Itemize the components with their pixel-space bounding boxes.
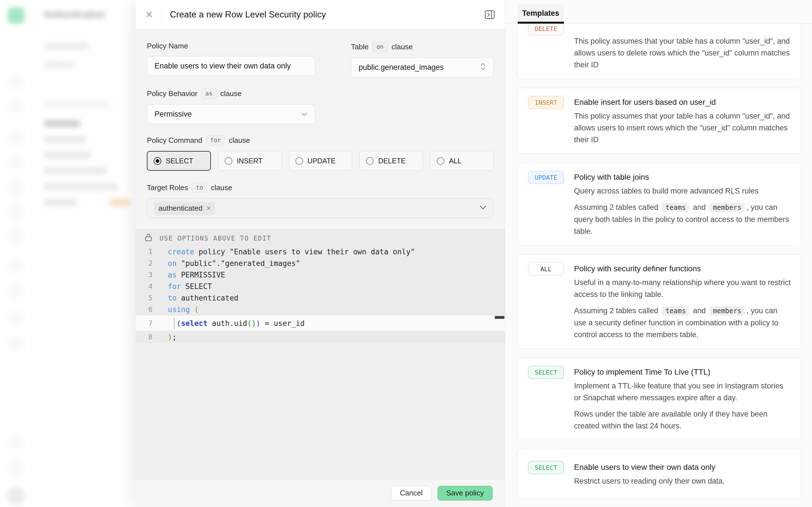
inline-code: teams <box>662 203 689 212</box>
table-label: Table on clause <box>351 42 494 52</box>
template-card-6[interactable]: SELECTEnable users to view their own dat… <box>518 449 801 499</box>
template-card-5[interactable]: SELECTPolicy to implement Time To Live (… <box>518 358 801 440</box>
template-card-description: Restrict users to reading only their own… <box>574 475 791 487</box>
policy-command-option-delete[interactable]: DELETE <box>359 151 423 171</box>
cancel-button[interactable]: Cancel <box>391 486 432 501</box>
template-badge-select: SELECT <box>528 366 564 379</box>
policy-command-option-all[interactable]: ALL <box>430 151 494 171</box>
editor-cursor <box>174 318 174 329</box>
template-card-4[interactable]: ALLPolicy with security definer function… <box>518 255 801 349</box>
template-card-description: Useful in a many-to-many relationship wh… <box>574 277 791 300</box>
sql-editor: USE OPTIONS ABOVE TO EDIT 1create policy… <box>136 229 505 485</box>
template-badge-delete: DELETE <box>528 24 564 35</box>
policy-command-option-insert[interactable]: INSERT <box>218 151 282 171</box>
radio-icon <box>296 157 303 165</box>
target-roles-select[interactable]: authenticated × <box>147 198 494 218</box>
radio-icon <box>437 157 444 165</box>
policy-command-group: SELECTINSERTUPDATEDELETEALL <box>147 151 494 171</box>
line-number: 1 <box>140 247 153 256</box>
line-number: 8 <box>140 333 153 341</box>
editor-cursor-overview-mark <box>495 316 504 319</box>
template-card-description: This policy assumes that your table has … <box>574 35 791 71</box>
policy-behavior-select[interactable]: Permissive <box>147 104 315 124</box>
chevron-down-icon <box>301 110 308 119</box>
templates-card-list: DELETEThis policy assumes that your tabl… <box>505 24 812 507</box>
remove-role-icon[interactable]: × <box>206 205 211 212</box>
editor-readonly-notice: USE OPTIONS ABOVE TO EDIT <box>136 229 505 246</box>
chevron-up-down-icon <box>480 62 486 73</box>
modal-scrim <box>0 0 136 507</box>
target-roles-label: Target Roles to clause <box>147 182 494 193</box>
line-number: 5 <box>140 294 153 302</box>
line-number: 3 <box>140 271 153 279</box>
template-card-body: This policy assumes that your table has … <box>574 24 791 71</box>
inline-code: members <box>709 306 745 316</box>
template-card-title: Policy with security definer functions <box>574 263 791 274</box>
template-card-body: Enable insert for users based on user_id… <box>574 96 791 146</box>
code-line-4: 4for SELECT <box>136 281 505 292</box>
code-line-2: 2on "public"."generated_images" <box>136 258 505 269</box>
template-badge-select: SELECT <box>528 461 564 474</box>
policy-command-option-update[interactable]: UPDATE <box>289 151 352 171</box>
line-number: 2 <box>140 259 153 267</box>
template-card-description: Rows under the table are available only … <box>574 408 791 432</box>
template-card-body: Policy with security definer functionsUs… <box>574 263 791 341</box>
templates-panel: Templates DELETEThis policy assumes that… <box>505 0 812 507</box>
table-select[interactable]: public.generated_images <box>351 57 494 77</box>
radio-icon <box>366 157 373 165</box>
template-badge-insert: INSERT <box>528 96 564 109</box>
code-line-1: 1create policy "Enable users to view the… <box>136 246 505 258</box>
template-card-2[interactable]: INSERTEnable insert for users based on u… <box>518 88 801 154</box>
inline-code: members <box>709 203 745 212</box>
radio-icon <box>154 157 161 165</box>
modal-header: × Create a new Row Level Security policy <box>136 0 505 29</box>
template-card-body: Enable users to view their own data only… <box>574 461 791 487</box>
app-sidebar: Authentication <box>0 0 136 507</box>
radio-icon <box>225 157 232 165</box>
to-clause-chip: to <box>192 182 207 193</box>
role-chip-authenticated: authenticated × <box>154 202 215 215</box>
template-card-description: Assuming 2 tables called teams and membe… <box>574 202 791 237</box>
template-card-1[interactable]: DELETEThis policy assumes that your tabl… <box>518 24 801 79</box>
code-line-7: 7 (select auth.uid()) = user_id <box>136 315 505 331</box>
template-card-title: Enable insert for users based on user_id <box>574 96 791 107</box>
code-line-6: 6using ( <box>136 304 505 315</box>
template-card-title: Enable users to view their own data only <box>574 461 791 472</box>
radio-label: DELETE <box>378 157 405 165</box>
close-icon[interactable]: × <box>146 9 153 20</box>
template-badge-all: ALL <box>528 263 564 276</box>
on-clause-chip: on <box>372 42 388 52</box>
code-line-3: 3as PERMISSIVE <box>136 269 505 281</box>
policy-form: Policy Name Enable users to view their o… <box>136 29 505 218</box>
inline-code: teams <box>662 306 689 316</box>
radio-label: UPDATE <box>308 157 336 165</box>
editor-empty-area <box>136 343 505 485</box>
tab-templates[interactable]: Templates <box>518 4 564 24</box>
template-card-description: This policy assumes that your table has … <box>574 110 791 146</box>
policy-name-label: Policy Name <box>147 42 315 50</box>
policy-command-option-select[interactable]: SELECT <box>147 151 211 171</box>
policy-command-label: Policy Command for clause <box>147 135 494 145</box>
template-card-description: Assuming 2 tables called teams and membe… <box>574 305 791 341</box>
collapse-panel-icon[interactable] <box>485 10 495 19</box>
code-line-5: 5to authenticated <box>136 292 505 304</box>
code-line-8: 8); <box>136 331 505 343</box>
chevron-down-icon <box>479 205 487 211</box>
modal-title: Create a new Row Level Security policy <box>170 10 326 20</box>
template-card-body: Policy to implement Time To Live (TTL)Im… <box>574 366 791 432</box>
template-card-3[interactable]: UPDATEPolicy with table joinsQuery acros… <box>518 163 801 245</box>
lock-icon <box>145 233 152 243</box>
template-card-body: Policy with table joinsQuery across tabl… <box>574 171 791 237</box>
modal-footer: Cancel Save policy <box>136 479 505 507</box>
save-policy-button[interactable]: Save policy <box>438 486 493 501</box>
policy-behavior-label: Policy Behavior as clause <box>147 89 494 99</box>
template-badge-update: UPDATE <box>528 171 564 184</box>
template-card-title: Policy to implement Time To Live (TTL) <box>574 366 791 377</box>
policy-name-input[interactable]: Enable users to view their own data only <box>147 56 315 76</box>
line-number: 6 <box>140 305 153 314</box>
radio-label: ALL <box>449 157 461 165</box>
template-card-description: Query across tables to build more advanc… <box>574 185 791 197</box>
radio-label: SELECT <box>166 157 193 165</box>
radio-label: INSERT <box>237 157 262 165</box>
template-card-title: Policy with table joins <box>574 171 791 182</box>
